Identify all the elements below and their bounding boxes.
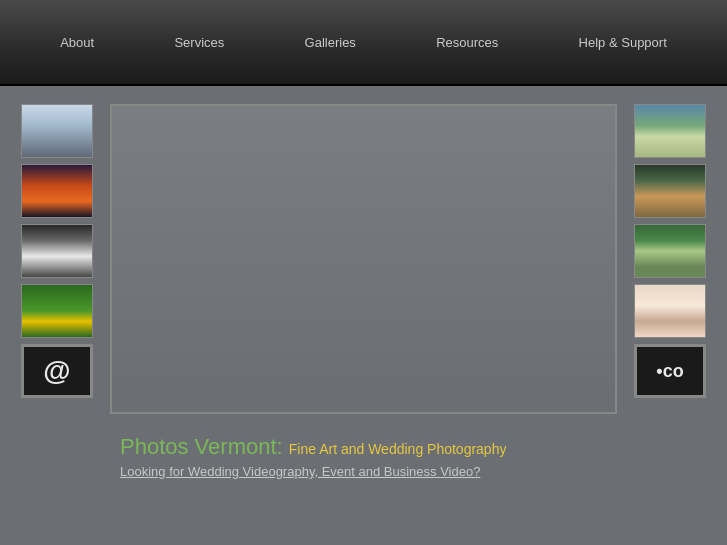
center-display-area bbox=[110, 104, 617, 414]
right-thumbnail-column: •co bbox=[625, 104, 715, 398]
title-subtitle: Fine Art and Wedding Photography bbox=[289, 441, 507, 457]
sub-title-text: Looking for Wedding Videography, Event a… bbox=[120, 464, 707, 479]
thumb-wedding[interactable] bbox=[21, 224, 93, 278]
thumb-domain-link[interactable]: •co bbox=[634, 344, 706, 398]
thumb-flower[interactable] bbox=[21, 284, 93, 338]
title-text: Photos Vermont: bbox=[120, 434, 283, 459]
thumb-bridge[interactable] bbox=[634, 164, 706, 218]
thumb-stream[interactable] bbox=[634, 224, 706, 278]
thumb-winter[interactable] bbox=[21, 104, 93, 158]
main-content: @ •co bbox=[0, 86, 727, 424]
nav-help-support[interactable]: Help & Support bbox=[567, 29, 679, 56]
thumb-bride[interactable] bbox=[634, 284, 706, 338]
left-thumbnail-column: @ bbox=[12, 104, 102, 398]
main-title: Photos Vermont: Fine Art and Wedding Pho… bbox=[120, 434, 707, 460]
nav-about[interactable]: About bbox=[48, 29, 106, 56]
bottom-text-area: Photos Vermont: Fine Art and Wedding Pho… bbox=[0, 424, 727, 489]
nav-resources[interactable]: Resources bbox=[424, 29, 510, 56]
thumb-email-icon[interactable]: @ bbox=[21, 344, 93, 398]
navigation-bar: About Services Galleries Resources Help … bbox=[0, 0, 727, 86]
thumb-mountain[interactable] bbox=[634, 104, 706, 158]
nav-galleries[interactable]: Galleries bbox=[293, 29, 368, 56]
nav-services[interactable]: Services bbox=[162, 29, 236, 56]
thumb-sunset[interactable] bbox=[21, 164, 93, 218]
